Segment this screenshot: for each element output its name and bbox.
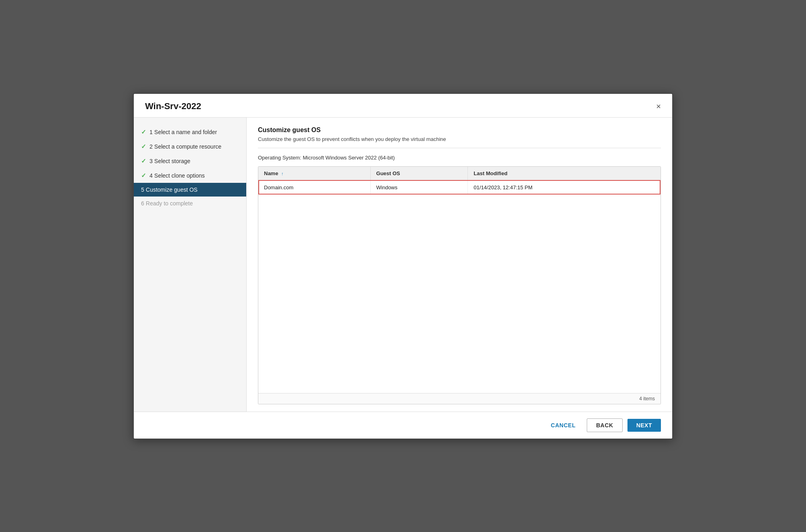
content-title: Customize guest OS: [258, 126, 661, 134]
main-dialog: Win-Srv-2022 × ✓ 1 Select a name and fol…: [133, 93, 673, 439]
next-button[interactable]: NEXT: [627, 419, 661, 432]
step2-number: 2: [150, 143, 153, 150]
check-icon-step2: ✓: [141, 143, 146, 150]
main-content: Customize guest OS Customize the guest O…: [247, 118, 672, 412]
sidebar-item-step3[interactable]: ✓ 3 Select storage: [134, 154, 246, 168]
check-icon-step4: ✓: [141, 172, 146, 179]
step5-number: 5: [141, 186, 144, 193]
step4-label: Select clone options: [154, 172, 205, 179]
sidebar: ✓ 1 Select a name and folder ✓ 2 Select …: [134, 118, 247, 412]
close-button[interactable]: ×: [656, 102, 661, 110]
sidebar-item-step4[interactable]: ✓ 4 Select clone options: [134, 168, 246, 183]
sidebar-item-step1[interactable]: ✓ 1 Select a name and folder: [134, 125, 246, 139]
check-icon-step1: ✓: [141, 128, 146, 136]
check-icon-step3: ✓: [141, 157, 146, 165]
dialog-header: Win-Srv-2022 ×: [134, 94, 672, 118]
os-info: Operating System: Microsoft Windows Serv…: [258, 155, 661, 161]
sidebar-item-step2[interactable]: ✓ 2 Select a compute resource: [134, 139, 246, 154]
dialog-footer: CANCEL BACK NEXT: [134, 412, 672, 439]
cell-guest-os: Windows: [370, 180, 468, 195]
table-empty-area: [258, 195, 661, 393]
col-header-last-modified[interactable]: Last Modified: [468, 167, 661, 180]
table-footer: 4 items: [258, 393, 661, 404]
step1-label: Select a name and folder: [154, 129, 217, 135]
step6-label: Ready to complete: [146, 200, 193, 207]
cell-last-modified: 01/14/2023, 12:47:15 PM: [468, 180, 661, 195]
sort-arrow-icon: ↑: [281, 171, 284, 176]
back-button[interactable]: BACK: [587, 418, 622, 432]
step3-number: 3: [150, 158, 153, 164]
cancel-button[interactable]: CANCEL: [544, 419, 582, 432]
step4-number: 4: [150, 172, 153, 179]
col-header-guest-os[interactable]: Guest OS: [370, 167, 468, 180]
content-description: Customize the guest OS to prevent confli…: [258, 136, 661, 148]
dialog-body: ✓ 1 Select a name and folder ✓ 2 Select …: [134, 118, 672, 412]
step6-number: 6: [141, 200, 144, 207]
step1-number: 1: [150, 129, 153, 135]
sidebar-item-step6[interactable]: 6 Ready to complete: [134, 197, 246, 210]
step3-label: Select storage: [154, 158, 191, 164]
dialog-title: Win-Srv-2022: [145, 101, 201, 112]
step5-label: Customize guest OS: [146, 186, 197, 193]
table-header-row: Name ↑ Guest OS Last Modified: [258, 167, 661, 180]
step2-label: Select a compute resource: [154, 143, 222, 150]
sidebar-item-step5[interactable]: 5 Customize guest OS: [134, 183, 246, 197]
col-header-name[interactable]: Name ↑: [258, 167, 370, 180]
customization-table: Name ↑ Guest OS Last Modified: [258, 167, 661, 195]
table-row[interactable]: Domain.com Windows 01/14/2023, 12:47:15 …: [258, 180, 661, 195]
customization-table-container: Name ↑ Guest OS Last Modified: [258, 166, 661, 404]
cell-name: Domain.com: [258, 180, 370, 195]
